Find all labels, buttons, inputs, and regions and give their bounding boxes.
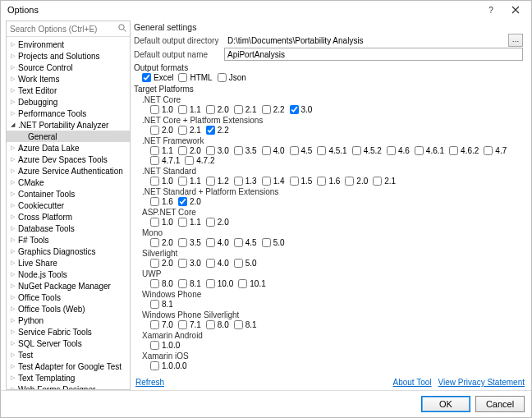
version-checkbox-input[interactable]	[262, 177, 271, 186]
version-checkbox-input[interactable]	[373, 177, 382, 186]
version-checkbox-input[interactable]	[206, 279, 215, 288]
version-checkbox[interactable]: 1.1	[178, 218, 201, 227]
version-checkbox[interactable]: 2.0	[345, 177, 368, 186]
expand-icon[interactable]	[8, 201, 17, 210]
version-checkbox-input[interactable]	[290, 146, 299, 155]
version-checkbox[interactable]: 8.0	[150, 279, 173, 288]
version-checkbox-input[interactable]	[317, 177, 326, 186]
version-checkbox-input[interactable]	[317, 146, 326, 155]
browse-dir-button[interactable]: …	[508, 34, 523, 47]
expand-icon[interactable]	[8, 167, 17, 176]
version-checkbox[interactable]: 2.0	[150, 126, 173, 135]
version-checkbox[interactable]: 1.5	[290, 177, 313, 186]
expand-icon[interactable]	[8, 75, 17, 84]
version-checkbox-input[interactable]	[150, 156, 159, 165]
version-checkbox[interactable]: 1.6	[317, 177, 340, 186]
privacy-link[interactable]: View Privacy Statement	[438, 378, 525, 387]
version-checkbox-input[interactable]	[262, 238, 271, 247]
version-checkbox[interactable]: 1.1	[178, 105, 201, 114]
version-checkbox[interactable]: 1.1	[150, 146, 173, 155]
tree-item[interactable]: Debugging	[7, 96, 130, 108]
version-checkbox-input[interactable]	[150, 177, 159, 186]
version-checkbox-input[interactable]	[150, 146, 159, 155]
tree-item[interactable]: Database Tools	[7, 223, 130, 234]
expand-icon[interactable]	[8, 98, 17, 107]
version-checkbox[interactable]: 4.0	[262, 146, 285, 155]
version-checkbox-input[interactable]	[206, 259, 215, 268]
version-checkbox-input[interactable]	[206, 105, 215, 114]
version-checkbox[interactable]: 4.7.2	[185, 156, 214, 165]
version-checkbox-input[interactable]	[234, 177, 243, 186]
version-checkbox-input[interactable]	[150, 320, 159, 329]
version-checkbox-input[interactable]	[387, 146, 396, 155]
version-checkbox-input[interactable]	[150, 341, 159, 350]
expand-icon[interactable]	[8, 86, 17, 95]
version-checkbox-input[interactable]	[150, 218, 159, 227]
tree-item[interactable]: Service Fabric Tools	[7, 326, 130, 338]
version-checkbox-input[interactable]	[206, 218, 215, 227]
expand-icon[interactable]	[8, 178, 17, 187]
version-checkbox-input[interactable]	[415, 146, 424, 155]
expand-icon[interactable]	[8, 52, 17, 61]
version-checkbox-input[interactable]	[150, 259, 159, 268]
version-checkbox[interactable]: 1.2	[206, 177, 229, 186]
content-scroll[interactable]: General settings Default output director…	[134, 21, 526, 374]
expand-icon[interactable]	[8, 155, 17, 164]
version-checkbox[interactable]: 1.3	[234, 177, 257, 186]
version-checkbox-input[interactable]	[185, 156, 194, 165]
format-checkbox[interactable]: Excel	[142, 73, 173, 82]
version-checkbox[interactable]: 1.0	[150, 105, 173, 114]
tree-item[interactable]: Test	[7, 349, 130, 361]
version-checkbox-input[interactable]	[206, 177, 215, 186]
version-checkbox-input[interactable]	[206, 238, 215, 247]
version-checkbox-input[interactable]	[206, 126, 215, 135]
format-checkbox-input[interactable]	[142, 73, 151, 82]
expand-icon[interactable]	[8, 63, 17, 72]
version-checkbox-input[interactable]	[150, 105, 159, 114]
version-checkbox-input[interactable]	[206, 320, 215, 329]
expand-icon[interactable]	[8, 293, 17, 302]
version-checkbox-input[interactable]	[178, 259, 187, 268]
tree-item[interactable]: Projects and Solutions	[7, 50, 130, 62]
version-checkbox-input[interactable]	[352, 146, 361, 155]
version-checkbox[interactable]: 3.0	[206, 146, 229, 155]
version-checkbox[interactable]: 5.0	[234, 259, 257, 268]
version-checkbox-input[interactable]	[262, 105, 271, 114]
tree-item[interactable]: Container Tools	[7, 188, 130, 200]
expand-icon[interactable]	[8, 213, 17, 222]
ok-button[interactable]: OK	[421, 396, 470, 412]
tree-item[interactable]: Live Share	[7, 257, 130, 269]
close-button[interactable]	[503, 1, 528, 19]
expand-icon[interactable]	[8, 270, 17, 279]
version-checkbox-input[interactable]	[150, 197, 159, 206]
tree-item[interactable]: Work Items	[7, 73, 130, 85]
version-checkbox[interactable]: 2.0	[206, 105, 229, 114]
version-checkbox[interactable]: 10.1	[238, 279, 265, 288]
version-checkbox[interactable]: 1.4	[262, 177, 285, 186]
version-checkbox[interactable]: 2.0	[150, 238, 173, 247]
version-checkbox[interactable]: 1.0	[150, 177, 173, 186]
about-tool-link[interactable]: About Tool	[393, 378, 432, 387]
version-checkbox[interactable]: 4.5.1	[317, 146, 346, 155]
tree-item[interactable]: Azure Dev Spaces Tools	[7, 154, 130, 165]
version-checkbox-input[interactable]	[178, 177, 187, 186]
version-checkbox[interactable]: 2.1	[234, 105, 257, 114]
version-checkbox[interactable]: 1.0	[150, 218, 173, 227]
version-checkbox[interactable]: 2.0	[150, 259, 173, 268]
expand-icon[interactable]	[8, 190, 17, 199]
help-button[interactable]: ?	[479, 1, 503, 19]
search-input[interactable]	[7, 21, 130, 37]
tree-item[interactable]: Azure Service Authentication	[7, 165, 130, 177]
version-checkbox[interactable]: 8.1	[178, 279, 201, 288]
tree-item[interactable]: SQL Server Tools	[7, 338, 130, 349]
tree-item[interactable]: Environment	[7, 39, 130, 50]
expand-icon[interactable]	[8, 40, 17, 49]
tree-item[interactable]: Office Tools (Web)	[7, 303, 130, 315]
version-checkbox-input[interactable]	[178, 279, 187, 288]
tree-item[interactable]: General	[7, 131, 130, 142]
tree-item[interactable]: Azure Data Lake	[7, 142, 130, 154]
version-checkbox-input[interactable]	[234, 238, 243, 247]
expand-icon[interactable]	[8, 224, 17, 233]
version-checkbox-input[interactable]	[178, 146, 187, 155]
expand-icon[interactable]	[8, 236, 17, 245]
